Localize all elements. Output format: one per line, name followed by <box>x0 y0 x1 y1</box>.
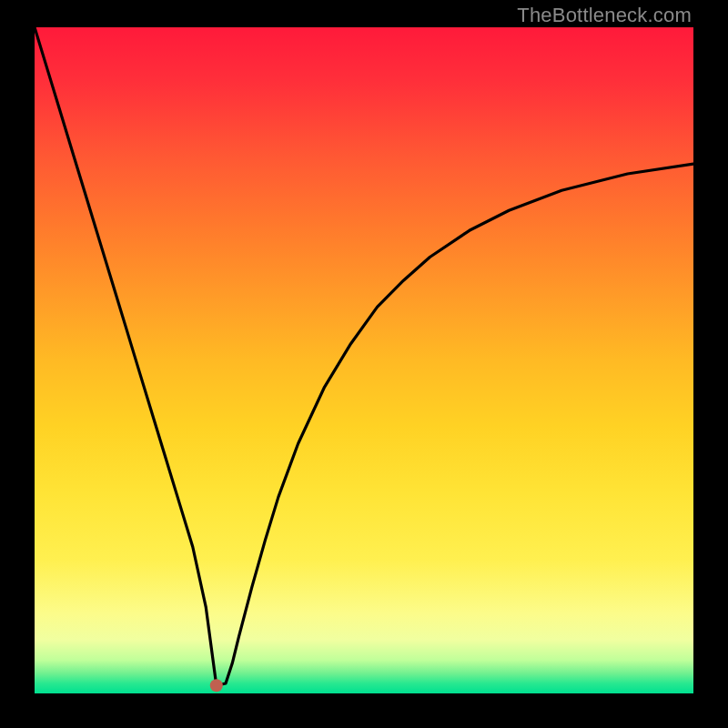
optimal-marker <box>210 679 223 692</box>
curve-svg <box>35 27 693 693</box>
bottleneck-curve <box>35 27 693 685</box>
watermark-text: TheBottleneck.com <box>517 4 692 27</box>
chart-frame: TheBottleneck.com <box>0 0 728 728</box>
plot-area <box>35 27 693 693</box>
